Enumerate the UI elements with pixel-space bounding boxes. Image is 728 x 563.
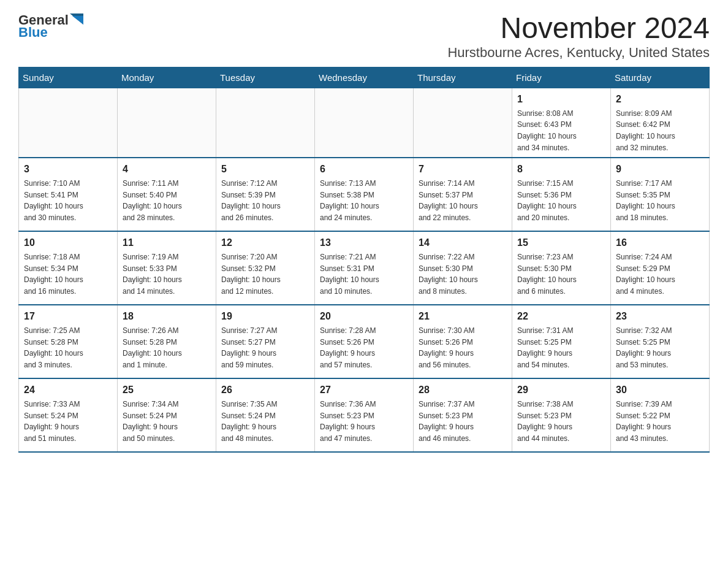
logo-arrow-icon — [70, 13, 83, 27]
calendar-day: 8Sunrise: 7:15 AM Sunset: 5:36 PM Daylig… — [512, 158, 611, 231]
day-info: Sunrise: 7:30 AM Sunset: 5:26 PM Dayligh… — [419, 325, 507, 370]
day-number: 9 — [616, 162, 704, 177]
day-number: 15 — [517, 236, 605, 250]
weekday-header-thursday: Thursday — [414, 67, 512, 88]
calendar-day: 24Sunrise: 7:33 AM Sunset: 5:24 PM Dayli… — [19, 378, 118, 452]
calendar-day: 20Sunrise: 7:28 AM Sunset: 5:26 PM Dayli… — [315, 305, 414, 378]
calendar-day: 18Sunrise: 7:26 AM Sunset: 5:28 PM Dayli… — [118, 305, 216, 378]
day-info: Sunrise: 7:14 AM Sunset: 5:37 PM Dayligh… — [419, 178, 507, 223]
calendar-day: 26Sunrise: 7:35 AM Sunset: 5:24 PM Dayli… — [216, 378, 315, 452]
day-info: Sunrise: 7:19 AM Sunset: 5:33 PM Dayligh… — [123, 251, 211, 297]
day-number: 21 — [419, 309, 507, 324]
calendar-table: SundayMondayTuesdayWednesdayThursdayFrid… — [18, 67, 710, 453]
calendar-week-4: 17Sunrise: 7:25 AM Sunset: 5:28 PM Dayli… — [19, 305, 710, 378]
calendar-day: 9Sunrise: 7:17 AM Sunset: 5:35 PM Daylig… — [611, 158, 710, 231]
day-info: Sunrise: 7:37 AM Sunset: 5:23 PM Dayligh… — [419, 399, 507, 444]
day-number: 22 — [517, 309, 605, 324]
calendar-day: 22Sunrise: 7:31 AM Sunset: 5:25 PM Dayli… — [512, 305, 611, 378]
calendar-day: 6Sunrise: 7:13 AM Sunset: 5:38 PM Daylig… — [315, 158, 414, 231]
day-info: Sunrise: 7:13 AM Sunset: 5:38 PM Dayligh… — [320, 178, 408, 223]
calendar-title: November 2024 — [447, 12, 710, 45]
day-info: Sunrise: 7:17 AM Sunset: 5:35 PM Dayligh… — [616, 178, 704, 223]
calendar-body: 1Sunrise: 8:08 AM Sunset: 6:43 PM Daylig… — [19, 88, 710, 452]
calendar-day: 3Sunrise: 7:10 AM Sunset: 5:41 PM Daylig… — [19, 158, 118, 231]
day-info: Sunrise: 7:26 AM Sunset: 5:28 PM Dayligh… — [123, 325, 211, 370]
day-number: 1 — [517, 92, 605, 107]
day-number: 5 — [221, 162, 309, 177]
calendar-day — [216, 88, 315, 158]
day-info: Sunrise: 7:27 AM Sunset: 5:27 PM Dayligh… — [221, 325, 309, 370]
calendar-day: 21Sunrise: 7:30 AM Sunset: 5:26 PM Dayli… — [414, 305, 512, 378]
calendar-day: 23Sunrise: 7:32 AM Sunset: 5:25 PM Dayli… — [611, 305, 710, 378]
day-info: Sunrise: 7:24 AM Sunset: 5:29 PM Dayligh… — [616, 251, 704, 297]
day-info: Sunrise: 8:08 AM Sunset: 6:43 PM Dayligh… — [517, 108, 605, 153]
day-number: 10 — [24, 236, 112, 250]
calendar-week-1: 1Sunrise: 8:08 AM Sunset: 6:43 PM Daylig… — [19, 88, 710, 158]
day-number: 20 — [320, 309, 408, 324]
calendar-day: 2Sunrise: 8:09 AM Sunset: 6:42 PM Daylig… — [611, 88, 710, 158]
calendar-subtitle: Hurstbourne Acres, Kentucky, United Stat… — [447, 45, 710, 61]
day-info: Sunrise: 7:32 AM Sunset: 5:25 PM Dayligh… — [616, 325, 704, 370]
day-info: Sunrise: 7:18 AM Sunset: 5:34 PM Dayligh… — [24, 251, 112, 297]
weekday-header-saturday: Saturday — [611, 67, 710, 88]
calendar-week-5: 24Sunrise: 7:33 AM Sunset: 5:24 PM Dayli… — [19, 378, 710, 452]
day-number: 28 — [419, 383, 507, 397]
day-info: Sunrise: 7:23 AM Sunset: 5:30 PM Dayligh… — [517, 251, 605, 297]
day-number: 26 — [221, 383, 309, 397]
day-number: 27 — [320, 383, 408, 397]
calendar-day: 17Sunrise: 7:25 AM Sunset: 5:28 PM Dayli… — [19, 305, 118, 378]
calendar-day: 27Sunrise: 7:36 AM Sunset: 5:23 PM Dayli… — [315, 378, 414, 452]
calendar-day: 15Sunrise: 7:23 AM Sunset: 5:30 PM Dayli… — [512, 231, 611, 305]
calendar-day: 13Sunrise: 7:21 AM Sunset: 5:31 PM Dayli… — [315, 231, 414, 305]
day-info: Sunrise: 7:20 AM Sunset: 5:32 PM Dayligh… — [221, 251, 309, 297]
calendar-day: 30Sunrise: 7:39 AM Sunset: 5:22 PM Dayli… — [611, 378, 710, 452]
calendar-day: 28Sunrise: 7:37 AM Sunset: 5:23 PM Dayli… — [414, 378, 512, 452]
svg-marker-1 — [72, 16, 83, 25]
weekday-header-sunday: Sunday — [19, 67, 118, 88]
day-number: 2 — [616, 92, 704, 107]
page-header: General Blue November 2024 Hurstbourne A… — [18, 12, 710, 61]
day-info: Sunrise: 7:12 AM Sunset: 5:39 PM Dayligh… — [221, 178, 309, 223]
calendar-day: 14Sunrise: 7:22 AM Sunset: 5:30 PM Dayli… — [414, 231, 512, 305]
calendar-day: 7Sunrise: 7:14 AM Sunset: 5:37 PM Daylig… — [414, 158, 512, 231]
day-number: 25 — [123, 383, 211, 397]
calendar-week-3: 10Sunrise: 7:18 AM Sunset: 5:34 PM Dayli… — [19, 231, 710, 305]
day-number: 29 — [517, 383, 605, 397]
calendar-day: 1Sunrise: 8:08 AM Sunset: 6:43 PM Daylig… — [512, 88, 611, 158]
logo: General Blue — [18, 12, 86, 40]
day-info: Sunrise: 7:10 AM Sunset: 5:41 PM Dayligh… — [24, 178, 112, 223]
day-number: 16 — [616, 236, 704, 250]
day-number: 4 — [123, 162, 211, 177]
day-number: 8 — [517, 162, 605, 177]
day-number: 24 — [24, 383, 112, 397]
day-number: 3 — [24, 162, 112, 177]
day-number: 30 — [616, 383, 704, 397]
calendar-day: 4Sunrise: 7:11 AM Sunset: 5:40 PM Daylig… — [118, 158, 216, 231]
calendar-day: 11Sunrise: 7:19 AM Sunset: 5:33 PM Dayli… — [118, 231, 216, 305]
title-section: November 2024 Hurstbourne Acres, Kentuck… — [447, 12, 710, 61]
day-info: Sunrise: 7:35 AM Sunset: 5:24 PM Dayligh… — [221, 399, 309, 444]
day-info: Sunrise: 7:25 AM Sunset: 5:28 PM Dayligh… — [24, 325, 112, 370]
calendar-day — [414, 88, 512, 158]
calendar-week-2: 3Sunrise: 7:10 AM Sunset: 5:41 PM Daylig… — [19, 158, 710, 231]
day-info: Sunrise: 7:33 AM Sunset: 5:24 PM Dayligh… — [24, 399, 112, 444]
day-number: 6 — [320, 162, 408, 177]
day-number: 11 — [123, 236, 211, 250]
calendar-day: 16Sunrise: 7:24 AM Sunset: 5:29 PM Dayli… — [611, 231, 710, 305]
day-info: Sunrise: 7:11 AM Sunset: 5:40 PM Dayligh… — [123, 178, 211, 223]
day-info: Sunrise: 7:15 AM Sunset: 5:36 PM Dayligh… — [517, 178, 605, 223]
calendar-day — [19, 88, 118, 158]
day-info: Sunrise: 7:38 AM Sunset: 5:23 PM Dayligh… — [517, 399, 605, 444]
day-info: Sunrise: 7:34 AM Sunset: 5:24 PM Dayligh… — [123, 399, 211, 444]
weekday-header-monday: Monday — [118, 67, 216, 88]
day-number: 17 — [24, 309, 112, 324]
day-info: Sunrise: 7:36 AM Sunset: 5:23 PM Dayligh… — [320, 399, 408, 444]
day-number: 14 — [419, 236, 507, 250]
day-number: 23 — [616, 309, 704, 324]
calendar-day: 29Sunrise: 7:38 AM Sunset: 5:23 PM Dayli… — [512, 378, 611, 452]
weekday-header-row: SundayMondayTuesdayWednesdayThursdayFrid… — [19, 67, 710, 88]
day-number: 12 — [221, 236, 309, 250]
day-number: 7 — [419, 162, 507, 177]
calendar-day: 19Sunrise: 7:27 AM Sunset: 5:27 PM Dayli… — [216, 305, 315, 378]
calendar-day: 5Sunrise: 7:12 AM Sunset: 5:39 PM Daylig… — [216, 158, 315, 231]
